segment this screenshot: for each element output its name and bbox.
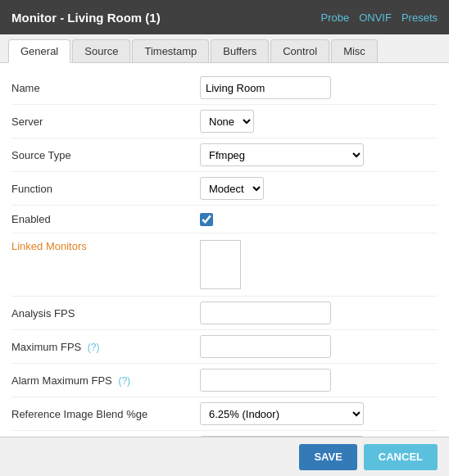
name-control [200,76,438,99]
analysis-fps-row: Analysis FPS [11,297,438,330]
enabled-label: Enabled [11,213,200,225]
source-type-select[interactable]: Ffmpeg Local Remote [200,143,364,166]
tab-source[interactable]: Source [72,39,130,62]
alarm-max-fps-help[interactable]: (?) [118,375,130,387]
function-control: Modect Monitor Record Mocord Nodect [200,177,438,200]
max-fps-control [200,335,438,358]
enabled-control [200,213,438,226]
name-row: Name [11,71,438,105]
enabled-row: Enabled [11,206,438,233]
alarm-ref-blend-row: Alarm Reference Image Blend %ge 6.25% 12… [11,431,438,437]
name-input[interactable] [200,76,331,99]
analysis-fps-input[interactable] [200,301,331,324]
alarm-max-fps-label: Alarm Maximum FPS (?) [11,374,200,387]
server-control: None [200,110,438,133]
server-row: Server None [11,105,438,138]
tab-general[interactable]: General [8,39,70,63]
presets-link[interactable]: Presets [401,11,438,24]
source-type-control: Ffmpeg Local Remote [200,143,438,166]
tab-buffers[interactable]: Buffers [211,39,269,62]
probe-link[interactable]: Probe [320,11,349,24]
ref-blend-control: 6.25% (Indoor) 12.5% 25% [200,402,438,425]
alarm-max-fps-row: Alarm Maximum FPS (?) [11,364,438,397]
max-fps-input[interactable] [200,335,331,358]
alarm-max-fps-control [200,369,438,392]
source-type-row: Source Type Ffmpeg Local Remote [11,138,438,172]
function-select[interactable]: Modect Monitor Record Mocord Nodect [200,177,264,200]
linked-monitors-label: Linked Monitors [11,240,200,252]
cancel-button[interactable]: CANCEL [364,444,438,470]
server-label: Server [11,116,200,128]
linked-monitors-control [200,240,438,289]
save-button[interactable]: SAVE [299,444,356,470]
max-fps-label: Maximum FPS (?) [11,341,200,353]
alarm-max-fps-input[interactable] [200,369,331,392]
max-fps-row: Maximum FPS (?) [11,330,438,364]
source-type-label: Source Type [11,149,200,161]
function-row: Function Modect Monitor Record Mocord No… [11,172,438,206]
tab-control[interactable]: Control [270,39,329,62]
title-bar: Monitor - Living Room (1) Probe ONVIF Pr… [0,0,449,34]
title-bar-links: Probe ONVIF Presets [320,11,438,24]
ref-blend-row: Reference Image Blend %ge 6.25% (Indoor)… [11,397,438,431]
onvif-link[interactable]: ONVIF [359,11,392,24]
analysis-fps-control [200,301,438,324]
tab-misc[interactable]: Misc [331,39,378,62]
server-select[interactable]: None [200,110,254,133]
name-label: Name [11,82,200,94]
max-fps-help[interactable]: (?) [88,342,100,353]
function-label: Function [11,183,200,195]
analysis-fps-label: Analysis FPS [11,307,200,320]
ref-blend-label: Reference Image Blend %ge [11,408,200,420]
tabs-bar: General Source Timestamp Buffers Control… [0,34,449,63]
window-title: Monitor - Living Room (1) [11,11,161,25]
tab-timestamp[interactable]: Timestamp [132,39,209,62]
ref-blend-select[interactable]: 6.25% (Indoor) 12.5% 25% [200,402,364,425]
monitor-window: Monitor - Living Room (1) Probe ONVIF Pr… [0,0,449,476]
enabled-checkbox[interactable] [200,213,213,226]
form-content: Name Server None Source Type Ffmpeg Loca… [0,63,449,437]
footer: SAVE CANCEL [0,437,449,476]
linked-monitors-box[interactable] [200,240,241,289]
linked-monitors-row: Linked Monitors [11,233,438,297]
